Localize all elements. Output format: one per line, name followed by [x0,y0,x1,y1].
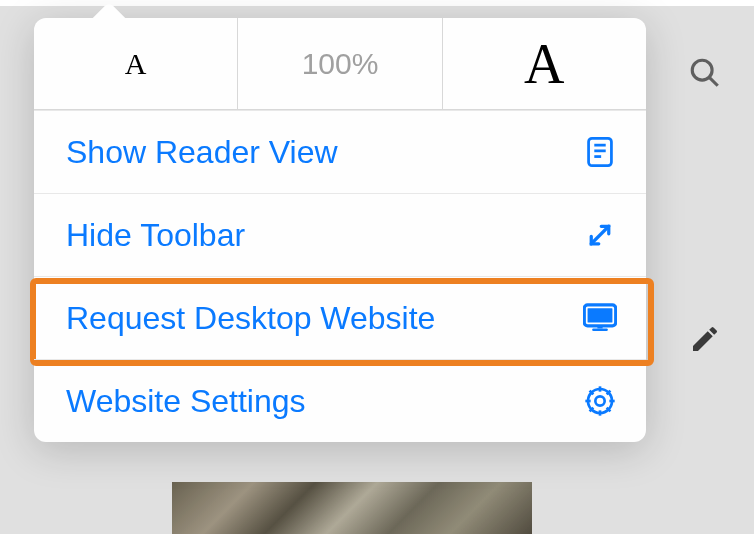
svg-point-12 [595,396,604,405]
reader-view-icon [582,134,618,170]
expand-arrows-icon [582,217,618,253]
svg-point-0 [692,60,712,80]
decrease-text-size-button[interactable]: A [34,18,237,110]
menu-item-label: Website Settings [66,383,306,420]
large-a-icon: A [524,32,564,96]
svg-rect-9 [597,326,602,329]
show-reader-view-item[interactable]: Show Reader View [34,110,646,193]
svg-line-1 [710,78,718,86]
increase-text-size-button[interactable]: A [443,18,646,110]
gear-icon [582,383,618,419]
svg-rect-8 [588,308,613,322]
menu-item-label: Hide Toolbar [66,217,245,254]
text-size-controls: A 100% A [34,18,646,110]
svg-line-6 [591,226,609,244]
request-desktop-website-item[interactable]: Request Desktop Website [34,276,646,359]
page-settings-popover: A 100% A Show Reader View Hide Toolbar [34,18,646,442]
website-settings-item[interactable]: Website Settings [34,359,646,442]
menu-item-label: Request Desktop Website [66,300,435,337]
menu-item-label: Show Reader View [66,134,338,171]
desktop-monitor-icon [582,300,618,336]
edit-pencil-icon[interactable] [684,318,726,360]
zoom-percent-label: 100% [302,47,379,81]
zoom-level-display[interactable]: 100% [237,18,442,110]
hide-toolbar-item[interactable]: Hide Toolbar [34,193,646,276]
svg-rect-10 [592,328,608,331]
small-a-icon: A [125,47,147,81]
page-image-content [172,482,532,534]
search-icon[interactable] [684,52,726,94]
